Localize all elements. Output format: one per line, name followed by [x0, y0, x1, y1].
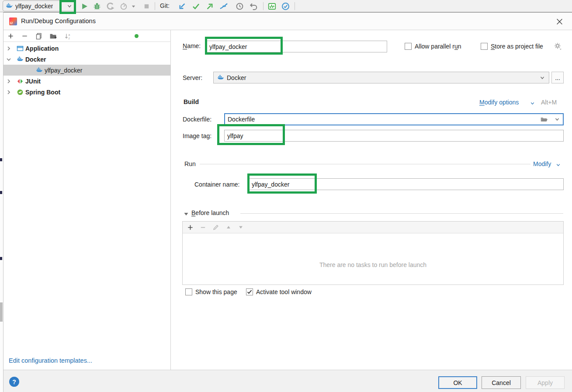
intellij-logo-icon: IJ: [9, 17, 17, 25]
copy-configuration-button[interactable]: [35, 32, 42, 40]
run-configuration-selector[interactable]: ylfpay_docker: [3, 0, 76, 11]
sort-configurations-button-disabled: az: [64, 32, 72, 40]
remove-task-button-disabled: [200, 224, 206, 231]
show-this-page-label: Show this page: [195, 288, 237, 295]
add-task-button[interactable]: [187, 224, 194, 231]
svg-text:a: a: [68, 33, 70, 36]
configurations-sidebar: az Application Docker ylfpay_docker: [3, 30, 171, 370]
git-merge-button[interactable]: [219, 2, 228, 10]
chevron-down-icon: [530, 101, 535, 106]
dialog-title: Run/Debug Configurations: [21, 17, 96, 24]
docker-icon: [6, 3, 13, 10]
git-push-button[interactable]: [205, 2, 214, 10]
tree-item-spring-boot[interactable]: Spring Boot: [3, 87, 171, 97]
chevron-down-icon[interactable]: [554, 116, 560, 122]
dialog-titlebar: IJ Run/Debug Configurations: [3, 13, 572, 30]
chevron-down-icon: [539, 75, 545, 81]
image-tag-label: Image tag:: [183, 132, 211, 139]
run-button[interactable]: [80, 2, 89, 10]
run-section-title: Run: [184, 160, 196, 167]
tree-item-label: Application: [25, 45, 59, 52]
collapse-triangle-icon[interactable]: [184, 212, 189, 217]
dockerfile-input[interactable]: [228, 116, 540, 123]
name-input[interactable]: [206, 41, 387, 52]
allow-parallel-run-label: Allow parallel run: [415, 43, 461, 50]
server-label: Server:: [183, 74, 202, 81]
dockerfile-field[interactable]: [224, 113, 564, 125]
before-launch-label[interactable]: Before launch: [191, 209, 229, 216]
gear-icon[interactable]: [554, 42, 562, 50]
tree-item-application[interactable]: Application: [3, 43, 171, 54]
edge-glyph: [0, 257, 2, 260]
store-as-project-file-label: Store as project file: [491, 43, 543, 50]
cancel-button[interactable]: Cancel: [482, 376, 521, 389]
stop-button-disabled: [142, 2, 151, 10]
tree-item-label: JUnit: [25, 78, 41, 85]
activate-tool-window-checkbox[interactable]: [246, 288, 253, 295]
build-modify-shortcut: Alt+M: [541, 99, 557, 106]
close-icon[interactable]: [555, 17, 563, 25]
name-label: Name:: [183, 42, 201, 49]
git-update-project-button[interactable]: [177, 2, 186, 10]
store-as-project-file-checkbox[interactable]: [481, 43, 488, 50]
run-debug-configurations-dialog: IJ Run/Debug Configurations: [3, 12, 572, 392]
image-tag-input[interactable]: [224, 130, 564, 142]
junit-icon: [17, 78, 24, 85]
chevron-down-icon: [555, 162, 561, 168]
inspections-check-icon[interactable]: [281, 2, 290, 10]
chevron-right-icon[interactable]: [5, 45, 12, 52]
edge-glyph: [0, 191, 2, 194]
toolbar-separator: [295, 2, 295, 10]
open-folder-icon[interactable]: [540, 115, 548, 123]
build-section-title: Build: [184, 98, 199, 105]
run-section-line: [200, 164, 530, 164]
dockerfile-label: Dockerfile:: [183, 116, 211, 123]
run-modify-link[interactable]: Modify: [533, 160, 551, 167]
chevron-down-icon[interactable]: [5, 56, 12, 63]
before-launch-line: [240, 213, 563, 214]
container-name-label: Container name:: [194, 181, 240, 188]
screen: ylfpay_docker Git:: [0, 0, 572, 392]
sidebar-toolbar: az: [3, 30, 171, 42]
apply-button-disabled: Apply: [526, 376, 565, 389]
git-label: Git:: [160, 2, 170, 9]
tree-item-docker[interactable]: Docker: [3, 54, 171, 65]
history-clock-icon[interactable]: [235, 2, 244, 10]
docker-icon: [17, 56, 24, 63]
rollback-button[interactable]: [249, 2, 258, 10]
tree-item-ylfpay-docker-selected[interactable]: ylfpay_docker: [3, 65, 171, 76]
ide-edge-strip: [0, 12, 3, 392]
chevron-right-icon[interactable]: [5, 89, 12, 96]
spring-boot-icon: [17, 89, 24, 96]
ok-button[interactable]: OK: [438, 376, 477, 389]
edit-task-pencil-icon-disabled: [212, 224, 219, 231]
allow-parallel-run-checkbox[interactable]: [405, 43, 412, 50]
tree-item-junit[interactable]: JUnit: [3, 76, 171, 87]
debug-button[interactable]: [93, 2, 101, 10]
show-this-page-checkbox[interactable]: [185, 288, 192, 295]
edit-configuration-templates-link[interactable]: Edit configuration templates...: [9, 357, 92, 364]
tree-item-label: ylfpay_docker: [45, 67, 82, 74]
server-dropdown[interactable]: Docker: [213, 72, 549, 83]
toolbar-separator: [263, 2, 263, 10]
chevron-right-icon[interactable]: [5, 78, 12, 85]
run-configuration-name: ylfpay_docker: [15, 3, 53, 10]
application-icon: [17, 45, 24, 52]
dialog-footer: ? OK Cancel Apply: [3, 370, 572, 392]
profiler-button-disabled: [119, 2, 128, 10]
tree-item-label: Docker: [25, 56, 46, 63]
ide-main-toolbar: ylfpay_docker Git:: [0, 0, 572, 12]
add-configuration-button[interactable]: [7, 32, 14, 40]
help-button[interactable]: ?: [9, 377, 19, 387]
monitor-activity-icon[interactable]: [267, 2, 276, 10]
edge-scrollbar: [0, 302, 3, 322]
new-folder-button[interactable]: [49, 32, 57, 40]
server-browse-button[interactable]: ...: [551, 72, 564, 83]
toolbar-separator: [155, 2, 155, 10]
build-modify-options-link[interactable]: Modify options: [479, 99, 519, 106]
remove-configuration-button[interactable]: [21, 32, 28, 40]
container-name-input[interactable]: [249, 178, 564, 190]
profiler-dropdown-chevron-icon[interactable]: [130, 2, 136, 10]
move-down-button-disabled: [238, 224, 244, 230]
git-commit-button[interactable]: [191, 2, 200, 10]
